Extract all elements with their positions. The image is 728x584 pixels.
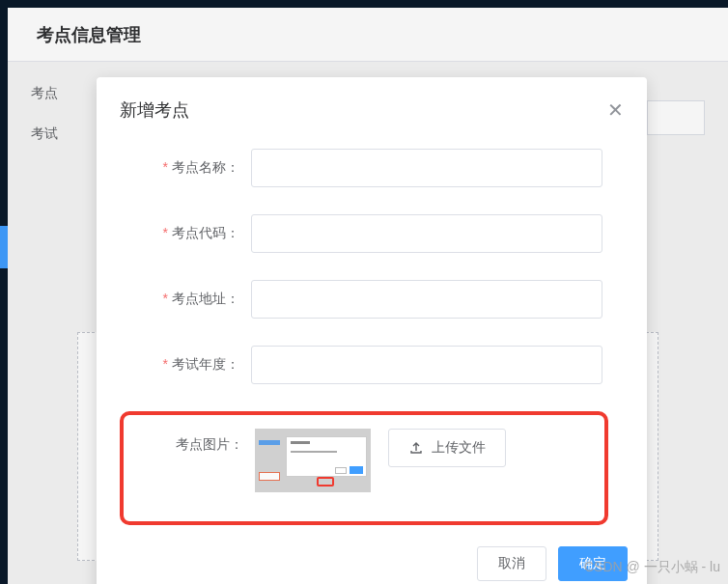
form-row-address: 考点地址： (126, 280, 602, 319)
upload-file-button[interactable]: 上传文件 (388, 429, 506, 467)
thumb-decor (335, 467, 347, 474)
thumb-decor (291, 451, 337, 453)
label-site-name: 考点名称： (126, 159, 251, 177)
modal-header: 新增考点 ✕ (97, 77, 647, 129)
cancel-button[interactable]: 取消 (477, 546, 546, 581)
thumb-highlight (317, 477, 334, 487)
modal-body: 考点名称： 考点代码： 考点地址： 考试年度： 考点图片： (97, 129, 647, 535)
upload-icon (408, 440, 424, 456)
thumb-decor (291, 441, 310, 444)
form-row-name: 考点名称： (126, 149, 602, 187)
image-thumbnail[interactable] (255, 429, 371, 492)
modal-title: 新增考点 (120, 98, 189, 122)
thumb-dialog (286, 436, 367, 477)
modal-footer: 取消 确定 (97, 535, 647, 584)
form-row-image: 考点图片： (135, 429, 593, 492)
thumb-decor (350, 466, 363, 474)
image-section-highlight: 考点图片： (120, 411, 608, 525)
thumb-decor (259, 472, 280, 481)
cancel-label: 取消 (498, 555, 525, 572)
label-exam-year: 考试年度： (126, 356, 251, 374)
input-site-address[interactable] (251, 280, 602, 319)
form-row-year: 考试年度： (126, 346, 602, 384)
input-exam-year[interactable] (251, 346, 602, 384)
upload-button-label: 上传文件 (432, 439, 486, 457)
input-site-code[interactable] (251, 214, 602, 253)
thumb-decor (259, 440, 280, 445)
close-icon[interactable]: ✕ (607, 100, 624, 120)
label-site-address: 考点地址： (126, 291, 251, 308)
input-site-name[interactable] (251, 149, 602, 187)
watermark-text: CSDN @ 一只小蜗 - lu (584, 559, 720, 576)
form-row-code: 考点代码： (126, 214, 602, 253)
label-site-code: 考点代码： (126, 225, 251, 242)
label-site-image: 考点图片： (135, 429, 255, 454)
add-site-modal: 新增考点 ✕ 考点名称： 考点代码： 考点地址： 考试年度： 考点图片： (97, 77, 647, 584)
